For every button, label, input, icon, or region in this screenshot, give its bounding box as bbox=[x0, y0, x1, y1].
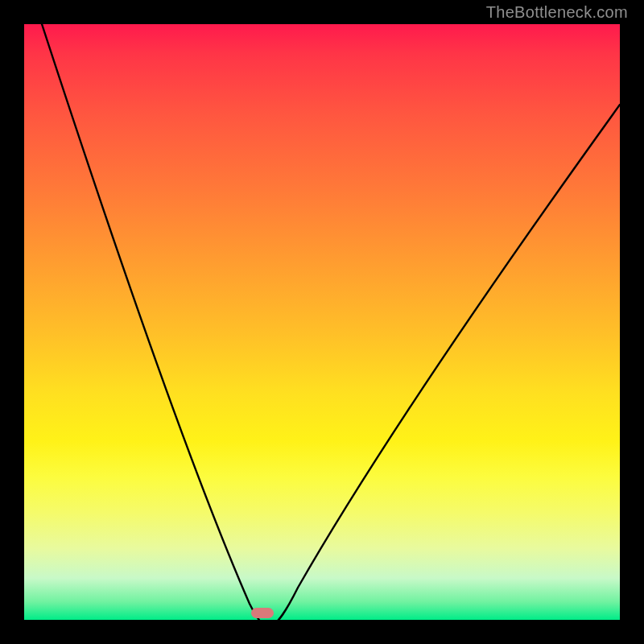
bottleneck-curve-path bbox=[42, 24, 620, 620]
chart-plot-area bbox=[24, 24, 620, 620]
bottleneck-curve-svg bbox=[24, 24, 620, 620]
watermark-text: TheBottleneck.com bbox=[486, 3, 628, 22]
optimal-point-marker bbox=[251, 608, 274, 618]
